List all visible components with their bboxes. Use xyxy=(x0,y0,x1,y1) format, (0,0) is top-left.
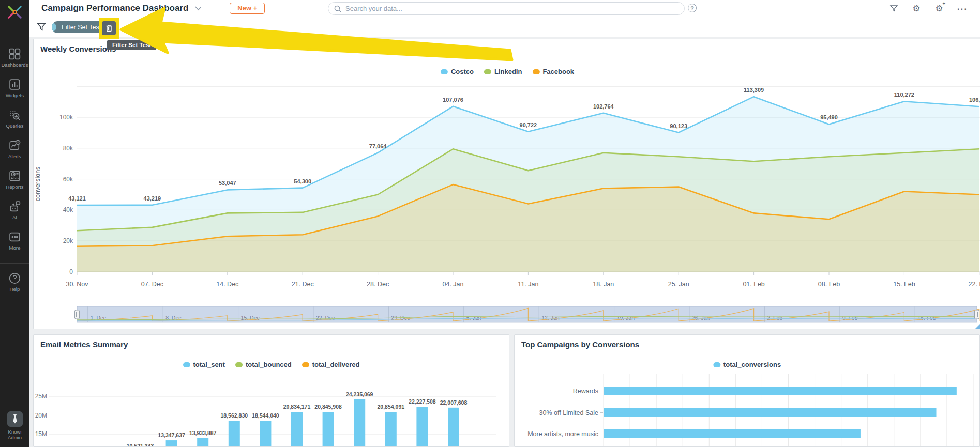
legend-swatch xyxy=(183,362,190,367)
widget-email-metrics: Email Metrics Summary total_senttotal_bo… xyxy=(33,334,509,447)
legend-label: total_delivered xyxy=(312,361,360,368)
knowi-logo-icon[interactable] xyxy=(7,4,23,20)
svg-text:20,854,091: 20,854,091 xyxy=(378,404,405,410)
svg-text:40k: 40k xyxy=(63,206,73,213)
svg-text:14. Dec: 14. Dec xyxy=(216,281,238,288)
sidebar-label: Alerts xyxy=(8,153,21,159)
global-search xyxy=(328,2,685,15)
sidebar-nav: Dashboards Widgets Queries xyxy=(0,48,29,302)
widget-resize-handle[interactable] xyxy=(975,323,980,329)
svg-text:24,235,069: 24,235,069 xyxy=(346,391,373,397)
ellipsis-menu-icon[interactable]: ⋯ xyxy=(957,4,967,14)
sidebar-item-dashboards[interactable]: Dashboards xyxy=(1,48,28,68)
svg-text:conversions: conversions xyxy=(34,167,41,202)
legend-label: total_bounced xyxy=(246,361,292,368)
legend-label: total_conversions xyxy=(723,361,781,368)
search-input[interactable] xyxy=(345,5,684,12)
sidebar-item-ai[interactable]: AI xyxy=(8,200,21,220)
queries-icon xyxy=(8,109,21,121)
svg-text:13,347,637: 13,347,637 xyxy=(158,432,185,438)
search-icon xyxy=(334,5,341,12)
dashboard-switcher[interactable] xyxy=(194,6,202,11)
svg-text:21. Dec: 21. Dec xyxy=(292,281,314,288)
svg-text:More artists, more music: More artists, more music xyxy=(527,430,598,438)
sidebar-item-more[interactable]: More xyxy=(8,230,21,251)
sidebar-item-help[interactable]: Help xyxy=(8,272,21,292)
range-navigator[interactable]: 1. Dec8. Dec15. Dec22. Dec29. Dec5. Jan1… xyxy=(75,306,979,322)
widget-top-campaigns: Top Campaigns by Conversions total_conve… xyxy=(514,334,980,447)
ai-icon xyxy=(8,200,21,213)
dashboard-title: Campaign Performance Dashboard xyxy=(41,3,188,13)
trash-icon xyxy=(105,24,113,32)
legend-item-total-sent[interactable]: total_sent xyxy=(183,361,224,368)
svg-text:Rewards: Rewards xyxy=(573,388,598,395)
svg-text:20,834,171: 20,834,171 xyxy=(283,404,311,410)
sidebar: Dashboards Widgets Queries xyxy=(0,0,29,447)
settings-gear-icon[interactable]: ⚙ xyxy=(911,4,922,14)
svg-text:95,490: 95,490 xyxy=(820,114,838,120)
svg-text:28. Dec: 28. Dec xyxy=(367,281,389,288)
sidebar-label: Dashboards xyxy=(1,62,28,68)
legend-swatch xyxy=(713,362,720,367)
legend-swatch xyxy=(302,362,309,367)
legend-swatch xyxy=(484,69,491,74)
svg-text:15M: 15M xyxy=(35,430,47,438)
svg-text:04. Jan: 04. Jan xyxy=(442,281,463,288)
svg-text:10,521,343: 10,521,343 xyxy=(127,443,154,447)
sidebar-divider xyxy=(0,263,29,264)
sidebar-label: Reports xyxy=(6,184,24,190)
campaigns-category-labels: Rewards30% off Limited SaleMore artists,… xyxy=(527,388,603,438)
svg-text:11. Jan: 11. Jan xyxy=(518,281,538,288)
admin-avatar xyxy=(7,411,23,427)
legend-item-facebook[interactable]: Facebook xyxy=(532,68,574,75)
admin-label: Knowi Admin xyxy=(8,429,22,440)
legend-item-costco[interactable]: Costco xyxy=(441,68,474,75)
widget-title: Email Metrics Summary xyxy=(40,340,128,349)
help-icon xyxy=(8,272,21,285)
weekly-conversions-chart[interactable]: 020k40k60k80k100kconversions30. Nov07. D… xyxy=(34,39,980,329)
filters-funnel-icon[interactable] xyxy=(36,22,47,34)
legend-item-linkedin[interactable]: LinkedIn xyxy=(484,68,522,75)
legend-label: total_sent xyxy=(193,361,224,368)
svg-text:22. Feb: 22. Feb xyxy=(969,281,980,288)
svg-text:90,123: 90,123 xyxy=(670,123,687,129)
legend-item-total-delivered[interactable]: total_delivered xyxy=(302,361,360,368)
svg-text:107,076: 107,076 xyxy=(443,97,463,103)
legend-item-total-conversions[interactable]: total_conversions xyxy=(713,361,781,368)
chevron-down-icon xyxy=(194,6,202,11)
top-bar: Campaign Performance Dashboard New + ? ⚙… xyxy=(29,0,980,17)
header-actions: ⚙ ⚙✦ ⋯ xyxy=(888,0,967,17)
sidebar-item-queries[interactable]: Queries xyxy=(6,109,24,129)
svg-text:60k: 60k xyxy=(63,176,73,183)
new-button[interactable]: New + xyxy=(230,3,265,14)
filter-icon[interactable] xyxy=(888,4,899,14)
top-campaigns-chart[interactable]: Rewards30% off Limited SaleMore artists,… xyxy=(515,372,980,447)
help-circle-icon[interactable]: ? xyxy=(688,4,697,12)
filter-set-tooltip: Filter Set Test xyxy=(107,40,156,50)
svg-text:43,219: 43,219 xyxy=(144,195,161,202)
svg-text:20,845,908: 20,845,908 xyxy=(314,404,342,410)
sidebar-item-reports[interactable]: Reports xyxy=(6,169,24,190)
svg-text:13,933,887: 13,933,887 xyxy=(189,430,217,436)
delete-filter-set-button[interactable] xyxy=(102,21,116,35)
navigator-handle-right[interactable] xyxy=(975,310,979,319)
more-icon xyxy=(8,230,21,243)
svg-text:25M: 25M xyxy=(35,393,47,400)
legend-item-total-bounced[interactable]: total_bounced xyxy=(235,361,292,368)
email-metrics-chart[interactable]: 25M20M15M10,521,34313,347,63713,933,8871… xyxy=(34,372,509,447)
sidebar-item-widgets[interactable]: Widgets xyxy=(6,78,24,98)
svg-text:102,764: 102,764 xyxy=(593,103,614,110)
campaigns-chart-legend: total_conversions xyxy=(713,361,781,368)
widget-title: Top Campaigns by Conversions xyxy=(521,340,639,349)
sidebar-item-alerts[interactable]: Alerts xyxy=(8,139,21,159)
legend-swatch xyxy=(532,69,539,74)
ai-settings-icon[interactable]: ⚙✦ xyxy=(934,4,944,14)
widget-weekly-conversions: Weekly Conversions CostcoLinkedInFaceboo… xyxy=(33,39,980,329)
svg-text:113,309: 113,309 xyxy=(744,87,764,93)
svg-text:80k: 80k xyxy=(63,145,73,152)
navigator-handle-left[interactable] xyxy=(75,310,80,319)
sidebar-label: Queries xyxy=(6,123,24,129)
sidebar-label: More xyxy=(9,245,20,251)
campaigns-bars-total-conversions[interactable] xyxy=(604,387,957,438)
sidebar-item-admin[interactable]: Knowi Admin xyxy=(0,411,29,440)
